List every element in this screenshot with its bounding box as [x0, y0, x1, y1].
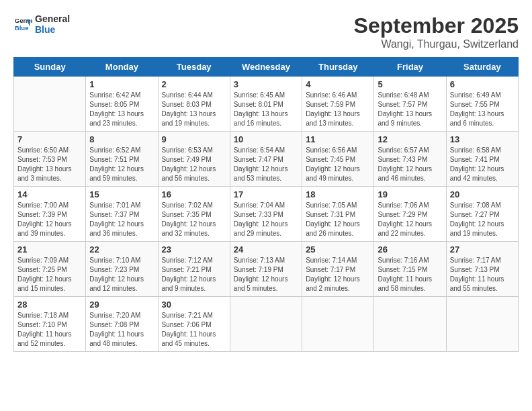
day-info: Sunrise: 7:16 AMSunset: 7:15 PMDaylight:… [378, 256, 442, 293]
weekday-header-tuesday: Tuesday [158, 58, 230, 77]
title-area: September 2025 Wangi, Thurgau, Switzerla… [354, 13, 519, 50]
day-number: 6 [450, 79, 515, 89]
calendar-week-row: 14Sunrise: 7:00 AMSunset: 7:39 PMDayligh… [14, 187, 519, 242]
day-info: Sunrise: 7:06 AMSunset: 7:29 PMDaylight:… [378, 201, 442, 238]
weekday-header-saturday: Saturday [446, 58, 518, 77]
calendar-cell: 27Sunrise: 7:17 AMSunset: 7:13 PMDayligh… [446, 242, 518, 297]
calendar-cell: 9Sunrise: 6:53 AMSunset: 7:49 PMDaylight… [158, 132, 230, 187]
day-info: Sunrise: 6:56 AMSunset: 7:45 PMDaylight:… [306, 146, 370, 183]
calendar-cell: 26Sunrise: 7:16 AMSunset: 7:15 PMDayligh… [374, 242, 446, 297]
calendar-cell: 25Sunrise: 7:14 AMSunset: 7:17 PMDayligh… [302, 242, 374, 297]
day-number: 1 [89, 79, 154, 89]
calendar-cell: 8Sunrise: 6:52 AMSunset: 7:51 PMDaylight… [86, 132, 158, 187]
day-info: Sunrise: 6:45 AMSunset: 8:01 PMDaylight:… [234, 91, 298, 128]
day-number: 18 [306, 189, 370, 199]
day-info: Sunrise: 7:17 AMSunset: 7:13 PMDaylight:… [450, 256, 515, 293]
calendar-cell: 12Sunrise: 6:57 AMSunset: 7:43 PMDayligh… [374, 132, 446, 187]
calendar-cell: 22Sunrise: 7:10 AMSunset: 7:23 PMDayligh… [86, 242, 158, 297]
day-number: 28 [17, 300, 82, 310]
calendar-cell: 15Sunrise: 7:01 AMSunset: 7:37 PMDayligh… [86, 187, 158, 242]
calendar-cell [302, 297, 374, 352]
day-info: Sunrise: 7:01 AMSunset: 7:37 PMDaylight:… [89, 201, 154, 238]
day-number: 7 [17, 134, 82, 144]
day-info: Sunrise: 7:10 AMSunset: 7:23 PMDaylight:… [89, 256, 154, 293]
day-number: 8 [89, 134, 154, 144]
day-number: 14 [17, 189, 82, 199]
day-number: 17 [234, 189, 298, 199]
day-info: Sunrise: 7:04 AMSunset: 7:33 PMDaylight:… [234, 201, 298, 238]
day-number: 3 [234, 79, 298, 89]
day-info: Sunrise: 7:00 AMSunset: 7:39 PMDaylight:… [17, 201, 82, 238]
calendar-cell: 4Sunrise: 6:46 AMSunset: 7:59 PMDaylight… [302, 77, 374, 132]
day-info: Sunrise: 6:49 AMSunset: 7:55 PMDaylight:… [450, 91, 515, 128]
calendar-week-row: 7Sunrise: 6:50 AMSunset: 7:53 PMDaylight… [14, 132, 519, 187]
day-info: Sunrise: 7:12 AMSunset: 7:21 PMDaylight:… [162, 256, 226, 293]
calendar-cell [14, 77, 86, 132]
calendar-cell [446, 297, 518, 352]
day-info: Sunrise: 6:48 AMSunset: 7:57 PMDaylight:… [378, 91, 442, 128]
logo-icon: General Blue [13, 15, 32, 34]
calendar-cell: 20Sunrise: 7:08 AMSunset: 7:27 PMDayligh… [446, 187, 518, 242]
calendar-week-row: 28Sunrise: 7:18 AMSunset: 7:10 PMDayligh… [14, 297, 519, 352]
header: General Blue General Blue September 2025… [13, 13, 519, 50]
day-number: 16 [162, 189, 226, 199]
calendar-cell: 3Sunrise: 6:45 AMSunset: 8:01 PMDaylight… [230, 77, 302, 132]
calendar-body: 1Sunrise: 6:42 AMSunset: 8:05 PMDaylight… [14, 77, 519, 352]
weekday-header-wednesday: Wednesday [230, 58, 302, 77]
calendar-table: SundayMondayTuesdayWednesdayThursdayFrid… [13, 57, 519, 352]
day-number: 12 [378, 134, 442, 144]
calendar-header: SundayMondayTuesdayWednesdayThursdayFrid… [14, 58, 519, 77]
calendar-cell: 5Sunrise: 6:48 AMSunset: 7:57 PMDaylight… [374, 77, 446, 132]
calendar-cell: 19Sunrise: 7:06 AMSunset: 7:29 PMDayligh… [374, 187, 446, 242]
calendar-cell: 18Sunrise: 7:05 AMSunset: 7:31 PMDayligh… [302, 187, 374, 242]
day-number: 22 [89, 244, 154, 255]
svg-text:Blue: Blue [15, 24, 29, 32]
logo-text-line1: General [35, 13, 70, 24]
logo-text-line2: Blue [35, 24, 70, 35]
calendar-week-row: 1Sunrise: 6:42 AMSunset: 8:05 PMDaylight… [14, 77, 519, 132]
weekday-header-sunday: Sunday [14, 58, 86, 77]
day-number: 9 [162, 134, 226, 144]
logo: General Blue General Blue [13, 13, 70, 35]
calendar-cell: 7Sunrise: 6:50 AMSunset: 7:53 PMDaylight… [14, 132, 86, 187]
day-info: Sunrise: 6:42 AMSunset: 8:05 PMDaylight:… [89, 91, 154, 128]
weekday-header-friday: Friday [374, 58, 446, 77]
day-info: Sunrise: 7:09 AMSunset: 7:25 PMDaylight:… [17, 256, 82, 293]
day-info: Sunrise: 6:50 AMSunset: 7:53 PMDaylight:… [17, 146, 82, 183]
day-info: Sunrise: 6:54 AMSunset: 7:47 PMDaylight:… [234, 146, 298, 183]
calendar-cell: 16Sunrise: 7:02 AMSunset: 7:35 PMDayligh… [158, 187, 230, 242]
day-info: Sunrise: 7:13 AMSunset: 7:19 PMDaylight:… [234, 256, 298, 293]
day-number: 25 [306, 244, 370, 255]
calendar-cell: 11Sunrise: 6:56 AMSunset: 7:45 PMDayligh… [302, 132, 374, 187]
weekday-header-monday: Monday [86, 58, 158, 77]
day-number: 30 [162, 300, 226, 310]
calendar-cell: 21Sunrise: 7:09 AMSunset: 7:25 PMDayligh… [14, 242, 86, 297]
day-number: 20 [450, 189, 515, 199]
day-number: 21 [17, 244, 82, 255]
day-number: 23 [162, 244, 226, 255]
day-number: 19 [378, 189, 442, 199]
day-number: 26 [378, 244, 442, 255]
calendar-cell [230, 297, 302, 352]
day-number: 15 [89, 189, 154, 199]
calendar-cell: 17Sunrise: 7:04 AMSunset: 7:33 PMDayligh… [230, 187, 302, 242]
day-number: 27 [450, 244, 515, 255]
day-info: Sunrise: 7:02 AMSunset: 7:35 PMDaylight:… [162, 201, 226, 238]
day-number: 10 [234, 134, 298, 144]
weekday-header-row: SundayMondayTuesdayWednesdayThursdayFrid… [14, 58, 519, 77]
day-info: Sunrise: 7:20 AMSunset: 7:08 PMDaylight:… [89, 311, 154, 349]
calendar-cell: 6Sunrise: 6:49 AMSunset: 7:55 PMDaylight… [446, 77, 518, 132]
calendar-cell [374, 297, 446, 352]
calendar-cell: 23Sunrise: 7:12 AMSunset: 7:21 PMDayligh… [158, 242, 230, 297]
day-number: 4 [306, 79, 370, 89]
day-number: 2 [162, 79, 226, 89]
day-info: Sunrise: 6:57 AMSunset: 7:43 PMDaylight:… [378, 146, 442, 183]
day-number: 13 [450, 134, 515, 144]
day-number: 29 [89, 300, 154, 310]
calendar-cell: 1Sunrise: 6:42 AMSunset: 8:05 PMDaylight… [86, 77, 158, 132]
day-number: 5 [378, 79, 442, 89]
day-info: Sunrise: 6:46 AMSunset: 7:59 PMDaylight:… [306, 91, 370, 128]
day-number: 11 [306, 134, 370, 144]
calendar-cell: 24Sunrise: 7:13 AMSunset: 7:19 PMDayligh… [230, 242, 302, 297]
day-info: Sunrise: 6:53 AMSunset: 7:49 PMDaylight:… [162, 146, 226, 183]
